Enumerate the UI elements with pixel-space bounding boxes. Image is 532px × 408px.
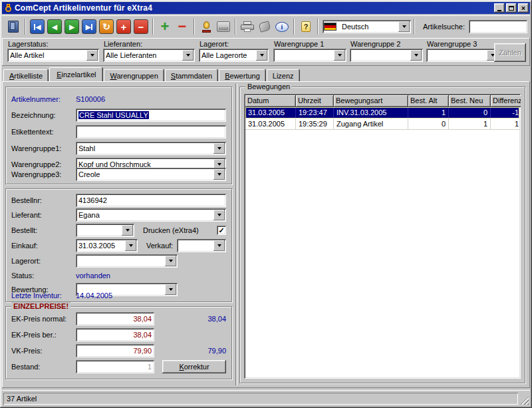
- lieferanten-dropdown-arrow[interactable]: [182, 50, 194, 61]
- add-record-button[interactable]: +: [115, 18, 132, 35]
- lagerort-arrow[interactable]: [165, 256, 176, 266]
- remove-item-button[interactable]: −: [174, 18, 191, 35]
- etikettentext-input[interactable]: [76, 125, 226, 138]
- resize-grip-icon[interactable]: [520, 396, 529, 405]
- status-cell: 37 Artikel: [3, 393, 518, 405]
- bewegungen-table-header: Datum Uhrzeit Bewegungsart Best. Alt Bes…: [245, 95, 519, 107]
- tab-stammdaten[interactable]: Stammdaten: [165, 69, 218, 81]
- cell-uhrzeit: 19:35:29: [296, 118, 334, 130]
- lagerort-filter-select[interactable]: Alle Lagerorte: [199, 49, 269, 62]
- lagerstatus-label: Lagerstatus:: [8, 40, 99, 48]
- minimize-button[interactable]: [494, 3, 505, 13]
- zaehlen-button[interactable]: Zählen: [494, 43, 526, 62]
- previous-record-button[interactable]: ◀: [46, 18, 63, 35]
- ek-preis-ber-input[interactable]: 38,04: [76, 328, 154, 341]
- lagerstatus-select[interactable]: Alle Artikel: [7, 49, 99, 62]
- binary-data-button[interactable]: 1010: [215, 18, 232, 35]
- verkauf-date-select[interactable]: [177, 239, 226, 252]
- warengruppe1-filter-select[interactable]: [273, 49, 346, 62]
- warengruppe1-arrow[interactable]: [213, 143, 225, 154]
- bestellnr-input[interactable]: 4136942: [76, 194, 226, 207]
- previous-record-icon: ◀: [47, 19, 62, 34]
- print-button[interactable]: [239, 18, 256, 35]
- lieferanten-select[interactable]: Alle Lieferanten: [103, 49, 195, 62]
- language-dropdown-arrow[interactable]: [398, 21, 410, 32]
- maximize-button[interactable]: [506, 3, 517, 13]
- column-header-best-neu[interactable]: Best. Neu: [449, 95, 491, 107]
- info-button[interactable]: i: [273, 18, 291, 35]
- warengruppe2-filter-select[interactable]: [350, 49, 423, 62]
- lagerort-select[interactable]: [76, 254, 178, 268]
- lagerstatus-dropdown-arrow[interactable]: [86, 50, 98, 61]
- status-label: Status:: [11, 272, 76, 280]
- table-row[interactable]: 31.03.2005 19:35:29 Zugang Artikel 0 1 1: [245, 118, 519, 130]
- language-select[interactable]: Deutsch: [323, 20, 411, 33]
- warengruppe3-arrow[interactable]: [213, 169, 225, 180]
- new-item-button[interactable]: +: [156, 18, 174, 35]
- drucken-checkbox[interactable]: ✓: [217, 226, 226, 235]
- column-header-best-alt[interactable]: Best. Alt: [408, 95, 449, 107]
- warengruppe3-select[interactable]: Creole: [76, 168, 226, 181]
- first-record-button[interactable]: ◀: [29, 18, 46, 35]
- tab-warengruppen[interactable]: Warengruppen: [104, 69, 164, 81]
- column-header-uhrzeit[interactable]: Uhrzeit: [296, 95, 334, 107]
- lamp-button[interactable]: [198, 18, 215, 35]
- cell-bewegungsart: Zugang Artikel: [334, 118, 408, 130]
- warengruppe3-filter-select[interactable]: [426, 49, 499, 62]
- chevron-down-icon: [217, 214, 221, 216]
- bestellt-select[interactable]: [76, 224, 134, 237]
- bestand-input[interactable]: 1: [76, 360, 154, 373]
- tools-button[interactable]: [256, 18, 273, 35]
- tab-einzelartikel[interactable]: Einzelartikel: [49, 67, 103, 81]
- column-header-bewegungsart[interactable]: Bewegungsart: [334, 95, 408, 107]
- table-row[interactable]: 31.03.2005 19:23:47 INV.31.03.2005 1 0 -…: [245, 107, 519, 118]
- help-icon: ?: [301, 21, 311, 32]
- panel-splitter[interactable]: [235, 84, 237, 385]
- printer-icon: [241, 21, 254, 32]
- column-header-datum[interactable]: Datum: [245, 95, 296, 107]
- vk-preis-input[interactable]: 79,90: [76, 344, 154, 357]
- tab-bewertung[interactable]: Bewertung: [219, 69, 266, 81]
- tab-lizenz[interactable]: Lizenz: [267, 69, 300, 81]
- artikelnummer-value: S100006: [76, 95, 105, 103]
- drucken-label: Drucken (eXtra4): [143, 226, 217, 234]
- lieferanten-value: Alle Lieferanten: [103, 51, 181, 59]
- zaehlen-button-label: Zählen: [499, 49, 521, 57]
- lieferant-label: Lieferant:: [11, 211, 76, 219]
- bezeichnung-input[interactable]: CRE Stahl USUALLY: [76, 108, 226, 122]
- chevron-down-icon: [217, 173, 221, 176]
- last-record-button[interactable]: ▶: [80, 18, 98, 35]
- bewegungen-group: Bewegungen Datum Uhrzeit Bewegungsart Be…: [239, 87, 525, 383]
- bestellt-arrow[interactable]: [122, 225, 133, 236]
- lagerort-dropdown-arrow[interactable]: [256, 50, 267, 61]
- next-record-button[interactable]: ▶: [63, 18, 80, 35]
- warengruppe1-select[interactable]: Stahl: [76, 142, 226, 155]
- lagerort-filter-value: Alle Lagerorte: [199, 51, 255, 59]
- tab-artikelliste[interactable]: Artikelliste: [3, 69, 49, 81]
- warengruppe2-dropdown-arrow[interactable]: [410, 50, 422, 61]
- warengruppe2-filter-label: Warengruppe 2: [350, 40, 423, 48]
- warengruppe1-dropdown-arrow[interactable]: [334, 50, 345, 61]
- einkauf-arrow[interactable]: [125, 240, 136, 251]
- delete-record-button[interactable]: −: [132, 18, 150, 35]
- verkauf-arrow[interactable]: [213, 240, 225, 251]
- german-flag-icon: [324, 23, 336, 31]
- korrektur-button[interactable]: Korrektur: [162, 360, 226, 373]
- column-header-differenz[interactable]: Differenz: [491, 95, 521, 107]
- lieferant-arrow[interactable]: [213, 210, 225, 220]
- refresh-button[interactable]: ↻: [98, 18, 115, 35]
- toolbar-separator: [235, 19, 236, 35]
- lieferant-select[interactable]: Egana: [76, 208, 226, 222]
- chevron-down-icon: [126, 229, 130, 232]
- refresh-icon: ↻: [99, 19, 114, 34]
- article-identity-group: Artikelnummer: S100006 Bezeichnung: CRE …: [5, 87, 232, 184]
- article-search-input[interactable]: [469, 20, 527, 33]
- einzelartikel-page: Artikelnummer: S100006 Bezeichnung: CRE …: [2, 81, 530, 388]
- lieferant-value: Egana: [76, 211, 212, 219]
- ek-preis-normal-input[interactable]: 38,04: [76, 312, 154, 325]
- exit-button[interactable]: [5, 18, 22, 35]
- ek-preis-normal-reference: 38,04: [154, 315, 226, 323]
- close-button[interactable]: ×: [518, 3, 529, 13]
- help-button[interactable]: ?: [297, 18, 315, 35]
- einkauf-date-select[interactable]: 31.03.2005: [76, 239, 138, 252]
